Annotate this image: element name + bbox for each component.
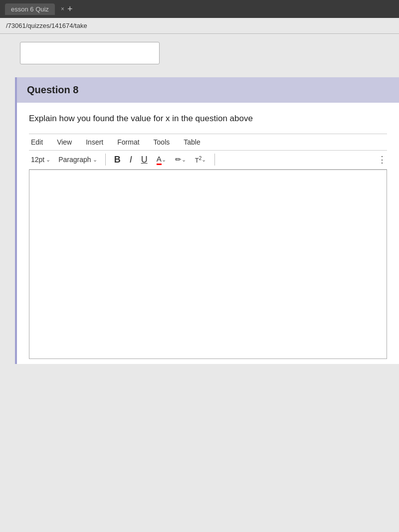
tab-title[interactable]: esson 6 Quiz	[5, 3, 55, 15]
italic-label: I	[130, 155, 132, 165]
font-size-dropdown[interactable]: 12pt ⌄	[29, 155, 52, 165]
paragraph-chevron-icon: ⌄	[93, 157, 97, 163]
address-bar: /73061/quizzes/141674/take	[0, 18, 399, 34]
toolbar-divider-2	[214, 154, 215, 166]
superscript-label: T2	[195, 156, 202, 164]
editor-toolbar: 12pt ⌄ Paragraph ⌄ B I U	[29, 151, 387, 170]
paragraph-dropdown[interactable]: Paragraph ⌄	[56, 155, 99, 165]
top-input-box[interactable]	[20, 42, 160, 64]
highlight-button[interactable]: ✏ ⌄	[173, 154, 189, 165]
menu-view[interactable]: View	[55, 137, 74, 147]
page-content: Question 8 Explain how you found the val…	[0, 34, 399, 532]
font-size-value: 12pt	[31, 156, 44, 164]
superscript-chevron-icon: ⌄	[201, 157, 206, 163]
editor-text-area[interactable]	[29, 170, 387, 359]
menu-tools[interactable]: Tools	[152, 137, 172, 147]
italic-button[interactable]: I	[127, 154, 135, 166]
editor-menubar: Edit View Insert Format Tools Table	[29, 134, 387, 151]
font-size-chevron-icon: ⌄	[46, 157, 50, 163]
font-color-underline	[157, 164, 162, 165]
font-color-label: A	[157, 155, 162, 163]
url-text: /73061/quizzes/141674/take	[6, 22, 87, 29]
menu-format[interactable]: Format	[115, 137, 141, 147]
question-body: Explain how you found the value for x in…	[17, 103, 399, 364]
paragraph-value: Paragraph	[58, 156, 91, 164]
superscript-button[interactable]: T2 ⌄	[193, 155, 209, 165]
highlight-chevron-icon: ⌄	[182, 157, 186, 163]
toolbar-divider-1	[105, 154, 106, 166]
question-header: Question 8	[17, 77, 399, 103]
browser-bar: esson 6 Quiz × +	[0, 0, 399, 18]
question-number: Question 8	[27, 84, 78, 95]
highlight-icon: ✏	[175, 155, 182, 164]
top-input-area	[0, 34, 399, 72]
bold-button[interactable]: B	[112, 154, 123, 166]
underline-button[interactable]: U	[139, 154, 150, 166]
tab-area: esson 6 Quiz × +	[5, 3, 72, 15]
question-container: Question 8 Explain how you found the val…	[15, 77, 399, 364]
font-color-button[interactable]: A ⌄	[154, 154, 169, 166]
bold-label: B	[114, 155, 121, 165]
question-prompt: Explain how you found the value for x in…	[29, 113, 387, 125]
new-tab-button[interactable]: +	[67, 4, 73, 14]
menu-edit[interactable]: Edit	[29, 137, 45, 147]
menu-table[interactable]: Table	[182, 137, 202, 147]
more-options-button[interactable]: ⋮	[378, 154, 387, 165]
font-color-icon: A	[157, 155, 162, 165]
underline-label: U	[141, 155, 148, 165]
tab-close-button[interactable]: ×	[61, 5, 64, 12]
font-color-chevron-icon: ⌄	[162, 157, 166, 163]
menu-insert[interactable]: Insert	[84, 137, 105, 147]
